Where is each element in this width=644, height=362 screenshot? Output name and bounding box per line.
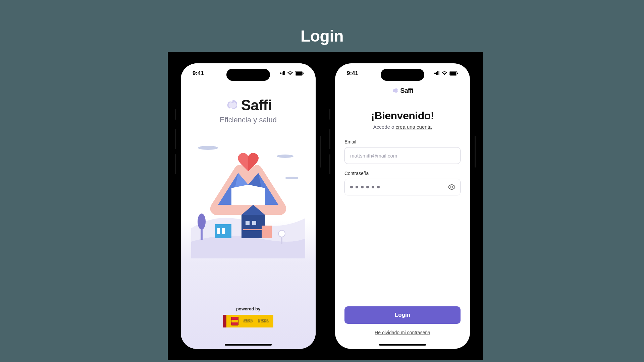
brand-logo-icon [392,87,398,94]
battery-icon [295,71,304,76]
powered-by-label: powered by [181,306,316,311]
svg-rect-13 [246,221,250,225]
svg-point-24 [451,186,453,188]
svg-rect-1 [296,72,302,75]
brand-logo-icon [225,99,238,112]
svg-rect-2 [303,73,304,74]
device-notch [226,69,270,81]
welcome-block: ¡Bienvenido! Accede o crea una cuenta [335,110,470,130]
welcome-subtitle-prefix: Accede o [373,124,396,130]
svg-point-19 [278,230,285,237]
svg-rect-20 [281,237,282,244]
brand-name: Saffi [400,87,413,95]
email-input[interactable] [344,147,461,164]
home-indicator [379,344,426,346]
powered-by: powered by GOBIERNO DE ESPAÑA MINISTERIO… [181,306,316,329]
email-label: Email [344,139,461,144]
forgot-password-link[interactable]: He olvidado mi contraseña [375,330,430,335]
welcome-title: ¡Bienvenido! [335,110,470,122]
login-button[interactable]: Login [344,306,461,324]
wifi-icon [441,71,447,76]
tagline: Eficiencia y salud [220,116,277,124]
wifi-icon [287,71,293,76]
mockup-container: 9:41 Saffi Eficiencia y salud [168,52,483,360]
svg-point-18 [198,214,206,230]
home-indicator [225,344,272,346]
phone-login: 9:41 Saffi [330,59,475,354]
gov-logo: GOBIERNO DE ESPAÑA MINISTERIO DE DEFENSA [223,315,273,327]
password-input[interactable] [344,179,461,195]
create-account-link[interactable]: crea una cuenta [396,124,432,130]
svg-point-3 [198,146,218,150]
phone-splash: 9:41 Saffi Eficiencia y salud [176,59,320,354]
login-header: Saffi [335,87,470,100]
svg-rect-9 [217,228,220,234]
svg-rect-16 [262,226,272,238]
toggle-password-visibility-icon[interactable] [448,183,456,191]
brand-name: Saffi [241,97,271,114]
battery-icon [449,71,458,76]
page-title: Login [301,27,343,45]
svg-rect-10 [222,228,225,234]
svg-rect-14 [252,221,256,225]
svg-point-5 [285,177,299,179]
hero-illustration [191,138,305,258]
svg-rect-23 [457,73,458,74]
svg-rect-15 [243,229,263,230]
status-time: 9:41 [347,70,358,77]
brand: Saffi [225,97,271,114]
signal-icon [434,70,439,77]
svg-rect-22 [450,72,456,75]
device-notch [381,69,424,81]
svg-point-4 [277,155,293,158]
login-form: Email Contraseña [335,130,470,195]
svg-rect-11 [241,215,265,238]
signal-icon [280,70,285,77]
password-label: Contraseña [344,171,461,176]
status-time: 9:41 [193,70,204,77]
